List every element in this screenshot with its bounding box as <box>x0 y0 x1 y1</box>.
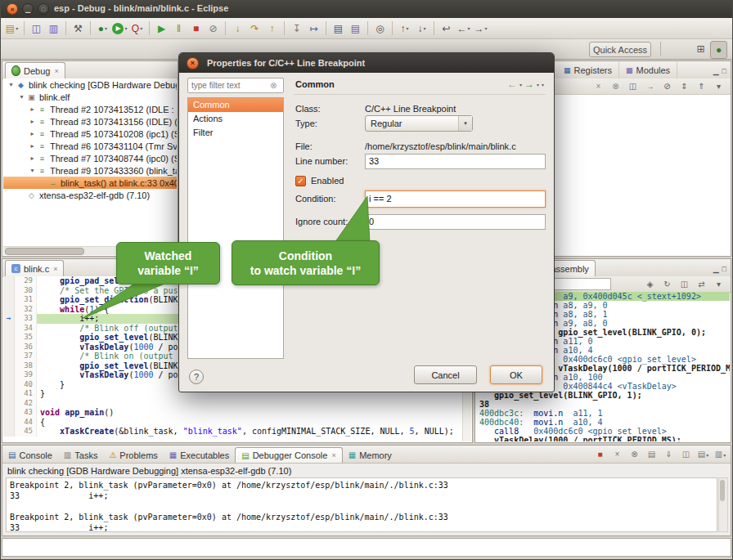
editor-line[interactable]: 45 xTaskCreate(&blink_task, "blink_task"… <box>3 427 462 437</box>
ignore-count-input[interactable] <box>365 214 546 230</box>
forward-dropdown-icon[interactable]: ▾ <box>537 82 539 87</box>
clear-console-icon[interactable]: ▤ <box>644 448 659 461</box>
debug-tree-item[interactable]: ▾≡Thread #9 1073433360 (blink_task : Sus… <box>3 164 177 177</box>
cancel-button[interactable]: Cancel <box>414 365 477 384</box>
back-dropdown-icon[interactable]: ▾ <box>519 82 522 87</box>
tab-console[interactable]: ▤Console <box>2 447 58 463</box>
tab-tasks[interactable]: ▥Tasks <box>58 447 104 463</box>
debug-tree-item[interactable]: →blink_task() at blink.c:33 0x400dbc16 <box>3 177 177 189</box>
next-annotation-icon[interactable]: ↓▾ <box>414 20 429 37</box>
new-c-project-icon[interactable]: ▤ <box>331 20 346 37</box>
run-external-icon[interactable]: Q▾ <box>129 20 145 37</box>
editor-line[interactable]: 43void app_main() <box>3 408 462 418</box>
save-all-icon[interactable]: ▥ <box>46 20 61 37</box>
run-icon[interactable]: ▶▾ <box>112 20 128 37</box>
scroll-lock-icon[interactable]: ⇓ <box>661 448 677 461</box>
display-console-icon[interactable]: ▤▾ <box>695 448 711 461</box>
editor-line[interactable]: 44{ <box>3 418 462 428</box>
open-console-icon[interactable]: ▥▾ <box>713 448 728 461</box>
step-over-icon[interactable]: ↷ <box>247 20 263 37</box>
debug-tree-item[interactable]: ▸≡Thread #2 1073413512 (IDLE : Running) <box>3 103 177 115</box>
maximize-icon[interactable]: □ <box>722 67 726 75</box>
back-icon[interactable]: ← <box>507 78 517 90</box>
remove-breakpoint-icon[interactable]: × <box>591 80 606 93</box>
help-button[interactable]: ? <box>189 370 204 384</box>
pin-console-icon[interactable]: ◫ <box>678 448 694 461</box>
expander-icon[interactable]: ▸ <box>28 105 37 113</box>
show-source-icon[interactable]: ◫ <box>677 278 692 291</box>
prev-annotation-icon[interactable]: ↑▾ <box>397 20 412 37</box>
view-menu-icon[interactable]: ▾ <box>711 80 726 93</box>
vertical-scrollbar[interactable] <box>718 477 728 532</box>
ok-button[interactable]: OK <box>490 365 542 384</box>
disassembly-line[interactable]: 400dbc3c: movi.n a11, 1 <box>476 409 730 418</box>
tab-memory[interactable]: ▦Memory <box>343 447 398 463</box>
save-icon[interactable]: ◫ <box>29 20 44 37</box>
expander-icon[interactable]: ▸ <box>28 118 37 125</box>
back-icon[interactable]: ←▾ <box>456 20 471 37</box>
forward-icon[interactable]: → <box>524 78 534 90</box>
view-menu-icon[interactable]: ▾ <box>542 82 544 87</box>
editor-line[interactable]: 42 <box>3 399 462 409</box>
expander-icon[interactable]: ▾ <box>17 93 26 101</box>
disassembly-line[interactable]: 38 <box>476 400 730 409</box>
close-icon[interactable]: × <box>54 67 58 75</box>
disassembly-line[interactable]: call8 0x400dc6c0 <gpio_set_level> <box>476 427 730 436</box>
expander-icon[interactable]: ▸ <box>28 142 37 150</box>
window-close-icon[interactable]: × <box>7 3 18 15</box>
disassembly-line[interactable]: vTaskDelay(1000 / portTICK_PERIOD_MS); <box>476 436 730 441</box>
tab-debugger-console[interactable]: ▤Debugger Console× <box>235 447 342 463</box>
debug-tree-item[interactable]: ◇xtensa-esp32-elf-gdb (7.10) <box>3 189 177 201</box>
view-menu-icon[interactable]: ▾ <box>711 278 726 291</box>
remove-launch-icon[interactable]: × <box>609 448 625 461</box>
debug-tree-item[interactable]: ▸≡Thread #6 1073431104 (Tmr Svc) (Suspen… <box>3 140 177 152</box>
dialog-nav-filter[interactable]: Filter <box>188 126 283 140</box>
expander-icon[interactable]: ▸ <box>28 155 37 162</box>
dialog-close-icon[interactable]: × <box>187 57 199 69</box>
filter-input[interactable] <box>188 81 270 90</box>
condition-input[interactable] <box>365 190 546 208</box>
collapse-all-icon[interactable]: ⇑ <box>694 80 709 93</box>
debug-icon[interactable]: ●▾ <box>95 20 110 37</box>
home-icon[interactable]: ◈ <box>642 278 658 291</box>
resume-icon[interactable]: ▶ <box>154 20 169 37</box>
last-edit-location-icon[interactable]: ↩ <box>438 20 454 37</box>
close-icon[interactable]: × <box>53 265 57 273</box>
go-to-file-icon[interactable]: → <box>642 80 658 93</box>
debug-tree-item[interactable]: ▾◆blink checking [GDB Hardware Debugging… <box>3 78 177 91</box>
step-return-icon[interactable]: ↑ <box>264 20 280 37</box>
step-into-icon[interactable]: ↓ <box>230 20 245 37</box>
terminate-icon[interactable]: ■ <box>188 20 204 37</box>
sync-with-active-context-icon[interactable]: ⇄ <box>694 278 709 291</box>
tab-modules[interactable]: ▩Modules <box>619 62 677 78</box>
quick-access-button[interactable]: Quick Access <box>589 42 651 57</box>
forward-icon[interactable]: →▾ <box>473 20 488 37</box>
instruction-stepping-icon[interactable]: ↦ <box>306 20 322 37</box>
build-all-icon[interactable]: ⚒ <box>70 20 86 37</box>
new-wizard-icon[interactable]: ▤▾ <box>4 20 20 37</box>
tab-registers[interactable]: ▦Registers <box>557 62 619 78</box>
tab-problems[interactable]: ⚠Problems <box>103 447 163 463</box>
drop-to-frame-icon[interactable]: ↧ <box>289 20 304 37</box>
debug-tree-item[interactable]: ▸≡Thread #3 1073413156 (IDLE) (Suspended… <box>3 115 177 128</box>
expander-icon[interactable]: ▾ <box>28 167 37 174</box>
scrollbar-thumb[interactable] <box>720 480 725 501</box>
window-minimize-icon[interactable]: ▁ <box>22 3 34 15</box>
minimize-icon[interactable]: ▁ <box>713 265 719 273</box>
window-maximize-icon[interactable]: □ <box>38 3 49 15</box>
refresh-view-icon[interactable]: ↻ <box>659 278 675 291</box>
disassembly-line[interactable]: 400dbc40: movi.n a10, 4 <box>476 418 730 427</box>
show-breakpoints-supported-icon[interactable]: ◫ <box>625 80 641 93</box>
line-number-input[interactable] <box>365 154 546 169</box>
maximize-icon[interactable]: □ <box>722 265 726 273</box>
debug-tree-item[interactable]: ▸≡Thread #5 1073410208 (ipc1) (Suspended… <box>3 128 177 140</box>
tab-blink-c[interactable]: c blink.c × <box>5 260 64 276</box>
dialog-nav-actions[interactable]: Actions <box>188 112 283 126</box>
disconnect-icon[interactable]: ⊘ <box>205 20 221 37</box>
debug-tree-item[interactable]: ▾▣blink.elf <box>3 91 177 103</box>
search-icon[interactable]: ◎ <box>372 20 388 37</box>
remove-all-breakpoints-icon[interactable]: ⊗ <box>608 80 623 93</box>
new-c-file-icon[interactable]: ▤ <box>348 20 363 37</box>
clear-filter-icon[interactable]: ⊗ <box>270 81 277 90</box>
console-output[interactable]: Breakpoint 2, blink_task (pvParameter=0x… <box>6 477 717 532</box>
